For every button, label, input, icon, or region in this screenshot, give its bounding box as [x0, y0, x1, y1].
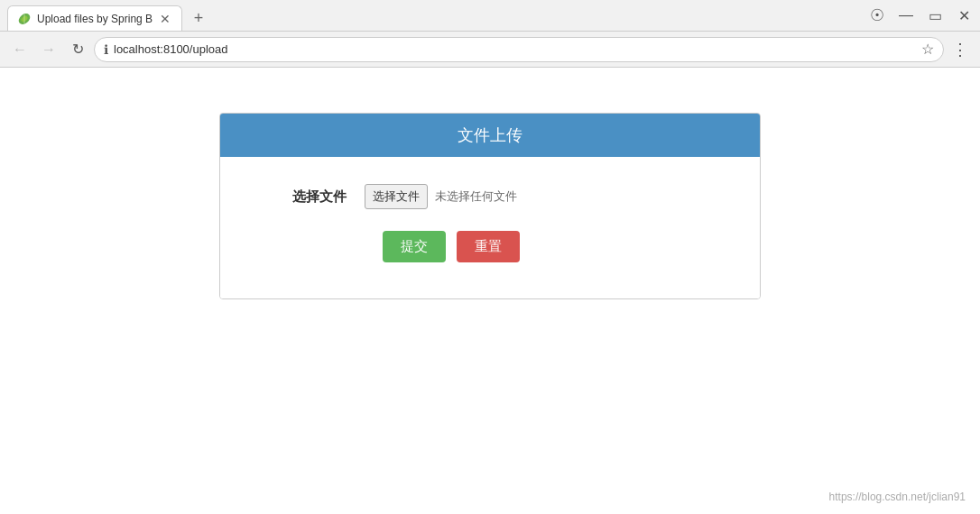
button-row: 提交 重置 [256, 231, 724, 262]
card-title: 文件上传 [458, 126, 522, 144]
close-button[interactable]: ✕ [955, 6, 973, 24]
file-input-wrapper: 选择文件 未选择任何文件 [365, 184, 517, 209]
tab-bar: Upload files by Spring B ✕ + [7, 0, 211, 31]
new-tab-button[interactable]: + [186, 5, 211, 31]
tab-title: Upload files by Spring B [37, 13, 153, 25]
address-bar[interactable]: ℹ localhost:8100/upload ☆ [94, 37, 944, 62]
no-file-text: 未选择任何文件 [435, 188, 517, 205]
card-body: 选择文件 选择文件 未选择任何文件 提交 重置 [220, 157, 760, 298]
chrome-menu-button[interactable]: ⋮ [948, 37, 973, 62]
window-controls: ☉ — ▭ ✕ [868, 6, 973, 24]
file-select-label: 选择文件 [256, 188, 365, 206]
account-icon[interactable]: ☉ [868, 6, 886, 24]
browser-tab[interactable]: Upload files by Spring B ✕ [7, 5, 182, 31]
file-select-row: 选择文件 选择文件 未选择任何文件 [256, 184, 724, 209]
tab-close-button[interactable]: ✕ [158, 12, 172, 26]
restore-button[interactable]: ▭ [926, 6, 944, 24]
reset-button[interactable]: 重置 [457, 231, 520, 262]
tab-favicon [17, 12, 32, 26]
submit-button[interactable]: 提交 [383, 231, 446, 262]
page-content: 文件上传 选择文件 选择文件 未选择任何文件 提交 重置 [0, 68, 980, 496]
choose-file-button[interactable]: 选择文件 [365, 184, 428, 209]
info-icon: ℹ [104, 42, 108, 57]
watermark: https://blog.csdn.net/jclian91 [829, 491, 966, 503]
browser-toolbar: ← → ↻ ℹ localhost:8100/upload ☆ ⋮ [0, 32, 980, 68]
minimize-button[interactable]: — [897, 6, 915, 24]
forward-button[interactable]: → [36, 37, 61, 62]
card-header: 文件上传 [220, 114, 760, 157]
bookmark-icon[interactable]: ☆ [921, 41, 934, 58]
address-text: localhost:8100/upload [114, 42, 916, 56]
back-button[interactable]: ← [7, 37, 32, 62]
reload-button[interactable]: ↻ [65, 37, 90, 62]
upload-card: 文件上传 选择文件 选择文件 未选择任何文件 提交 重置 [219, 113, 761, 299]
browser-titlebar: Upload files by Spring B ✕ + ☉ — ▭ ✕ [0, 0, 980, 32]
